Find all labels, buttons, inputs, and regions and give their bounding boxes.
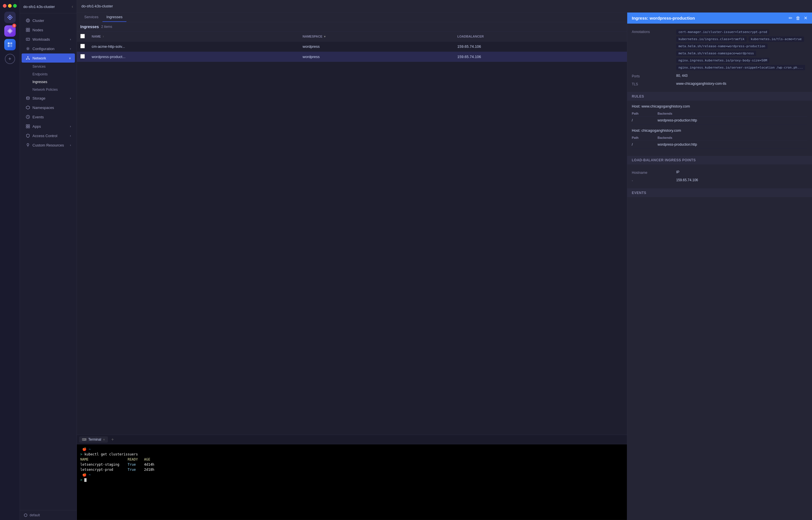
sidebar-item-network[interactable]: Network ∨	[22, 53, 75, 62]
row-checkbox-cell	[77, 52, 88, 62]
sidebar-nav: Cluster Nodes Workloads › Configuration …	[20, 14, 77, 510]
select-all-checkbox[interactable]	[80, 34, 85, 38]
ports-value: 80, 443	[676, 74, 808, 78]
sidebar-item-custom-resources[interactable]: Custom Resources ›	[22, 140, 75, 150]
tab-ingresses[interactable]: Ingresses	[102, 12, 126, 22]
configuration-chevron-icon: ›	[70, 47, 71, 50]
terminal-output-row-2: letsencrypt-prod True 2d18h	[80, 467, 623, 472]
lb-data-row: - 159.65.74.106	[632, 176, 808, 184]
namespace-filter-icon: ▾	[324, 35, 325, 38]
tab-services[interactable]: Services	[80, 12, 102, 22]
svg-point-9	[26, 19, 30, 22]
detail-panel: Ingress: wordpress-production ✏ 🗑 ✕ Anno…	[627, 12, 812, 520]
sidebar-item-endpoints[interactable]: Endpoints	[22, 71, 75, 78]
annotation-tag: kubernetes.io/tls-acme=true	[748, 36, 804, 42]
minimize-button[interactable]	[8, 4, 12, 8]
sidebar-item-workloads-label: Workloads	[32, 37, 50, 42]
table-row[interactable]: cm-acme-http-solv... wordpress 159.65.74…	[77, 42, 627, 52]
terminal-section: ⌨ Terminal ✕ + 🍎 ~ > kubectl get cluster…	[77, 435, 627, 520]
sidebar-item-access-control-label: Access Control	[32, 134, 57, 138]
table-title: Ingresses	[80, 24, 99, 29]
events-icon	[26, 115, 30, 119]
sidebar-item-events[interactable]: Events	[22, 112, 75, 122]
name-column-header[interactable]: Name ↑	[88, 32, 299, 42]
lb-header-row: Hostname IP	[632, 168, 808, 176]
sidebar-footer: default	[20, 510, 77, 520]
network-chevron-icon: ∨	[69, 57, 71, 60]
access-control-chevron-icon: ›	[70, 134, 71, 137]
tls-label: TLS	[632, 82, 672, 86]
svg-rect-15	[26, 38, 30, 41]
custom-resources-icon	[26, 143, 30, 147]
access-control-icon	[26, 133, 30, 138]
svg-rect-23	[28, 125, 30, 126]
terminal-cursor-line[interactable]: >	[80, 477, 623, 483]
tls-row: TLS www-chicagoganghistory-com-tls	[632, 80, 808, 88]
row-name-cell: cm-acme-http-solv...	[88, 42, 299, 52]
svg-rect-13	[26, 30, 28, 32]
terminal-add-tab-button[interactable]: +	[109, 436, 116, 443]
terminal-tab-bar: ⌨ Terminal ✕ +	[77, 435, 627, 444]
namespace-column-header[interactable]: Namespace ▾	[299, 32, 454, 42]
row-lb-cell: 159.65.74.106	[454, 52, 627, 62]
lens-app-icon[interactable]	[4, 12, 16, 23]
table-section: Ingresses 2 items Name ↑	[77, 22, 627, 435]
sidebar-item-workloads[interactable]: Workloads ›	[22, 35, 75, 44]
add-cluster-button[interactable]: +	[5, 54, 15, 64]
edit-button[interactable]: ✏	[789, 15, 792, 21]
col-age: AGE	[144, 458, 150, 461]
sidebar-item-nodes[interactable]: Nodes	[22, 25, 75, 34]
rules-table-header: Path Backends	[632, 111, 808, 116]
row-lb-cell: 159.65.74.106	[454, 42, 627, 52]
svg-rect-6	[10, 43, 12, 44]
events-content	[627, 197, 812, 214]
blue-app-icon[interactable]	[4, 39, 16, 50]
table-header: Name ↑ Namespace ▾ LoadBalancer	[77, 32, 627, 42]
svg-rect-22	[26, 125, 28, 126]
sidebar-item-namespaces[interactable]: Namespaces	[22, 103, 75, 112]
delete-button[interactable]: 🗑	[796, 15, 800, 21]
close-panel-button[interactable]: ✕	[804, 15, 808, 21]
path-header: Path	[632, 111, 657, 116]
rules-table-body-2: / wordpress-production:http	[632, 141, 808, 149]
svg-point-26	[24, 514, 27, 517]
rules-table-2: Path Backends / wordpress-production:htt…	[632, 135, 808, 149]
sidebar-item-configuration[interactable]: Configuration ›	[22, 44, 75, 53]
close-button[interactable]	[3, 4, 6, 8]
table-row[interactable]: wordpress-product... wordpress 159.65.74…	[77, 52, 627, 62]
cluster-name: do-sfo1-k3s-cluster	[23, 4, 55, 9]
ports-label: Ports	[632, 74, 672, 78]
sidebar-item-services[interactable]: Services	[22, 63, 75, 70]
terminal-content[interactable]: 🍎 ~ > kubectl get clusterissuers NAME RE…	[77, 444, 627, 520]
sidebar-item-access-control[interactable]: Access Control ›	[22, 131, 75, 140]
sidebar-item-network-policies[interactable]: Network Policies	[22, 86, 75, 93]
sidebar-item-apps[interactable]: Apps ›	[22, 122, 75, 131]
sidebar-item-storage[interactable]: Storage ›	[22, 94, 75, 103]
workloads-icon	[26, 37, 30, 42]
name-column-label: Name	[92, 35, 101, 38]
row-checkbox[interactable]	[80, 54, 85, 59]
sidebar-item-ingresses[interactable]: Ingresses	[22, 78, 75, 86]
collapse-sidebar-button[interactable]: ‹	[72, 4, 73, 9]
terminal-icon: ⌨	[82, 438, 87, 441]
maximize-button[interactable]	[13, 4, 17, 8]
cursor-input	[82, 478, 84, 482]
svg-point-10	[27, 20, 29, 21]
apps-icon	[26, 124, 30, 129]
svg-point-16	[27, 48, 29, 50]
terminal-cmd-line: > kubectl get clusterissuers	[80, 452, 623, 457]
rules-section-label: Rules	[632, 95, 644, 98]
rules-section: Host: www.chicagoganghistory.com Path Ba…	[627, 101, 812, 156]
terminal-tab-close[interactable]: ✕	[103, 438, 105, 441]
sidebar-item-cluster[interactable]: Cluster	[22, 16, 75, 25]
tilde-label: ~	[87, 447, 93, 451]
notification-badge: 1	[12, 24, 16, 28]
rules-table-body-1: / wordpress-production:http	[632, 116, 808, 124]
namespaces-icon	[26, 105, 30, 110]
row-checkbox[interactable]	[80, 44, 85, 48]
rule-path: /	[632, 116, 657, 124]
terminal-tab-1[interactable]: ⌨ Terminal ✕	[79, 436, 108, 443]
tls-value: www-chicagoganghistory-com-tls	[676, 82, 808, 86]
configuration-icon	[26, 46, 30, 51]
rule-row: / wordpress-production:http	[632, 116, 808, 124]
